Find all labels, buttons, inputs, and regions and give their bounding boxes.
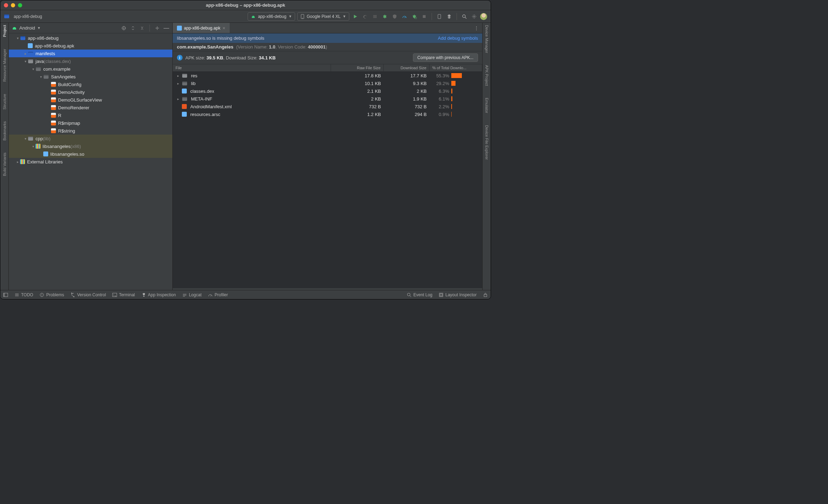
file-name: lib (191, 81, 196, 86)
column-raw-size[interactable]: Raw File Size (331, 64, 384, 71)
device-manager-button[interactable] (435, 13, 443, 20)
ide-lock-button[interactable] (483, 292, 488, 297)
status-item-terminal[interactable]: Terminal (112, 292, 135, 297)
rail-item-build-variants[interactable]: Build Variants (2, 153, 7, 176)
tree-node[interactable]: DemoRenderer (9, 104, 172, 111)
tree-node[interactable]: R$string (9, 127, 172, 135)
add-debug-symbols-link[interactable]: Add debug symbols (438, 35, 478, 41)
editor-tab[interactable]: app-x86-debug.apk × (173, 23, 230, 33)
percent-bar (451, 81, 456, 86)
column-download-size[interactable]: Download Size (384, 64, 429, 71)
tree-node[interactable]: BuildConfig (9, 80, 172, 88)
tree-node[interactable]: app-x86-debug.apk (9, 42, 172, 50)
tree-arrow[interactable] (23, 137, 28, 141)
device-selector[interactable]: Google Pixel 4 XL ▼ (297, 12, 349, 21)
select-opened-file-button[interactable] (121, 25, 127, 31)
search-button[interactable] (460, 13, 468, 20)
project-tree[interactable]: app-x86-debugapp-x86-debug.apkmanifestsj… (9, 33, 172, 290)
status-item-event-log[interactable]: Event Log (407, 292, 432, 297)
file-row[interactable]: ▸res17.8 KB17.7 KB55.3% (173, 72, 482, 79)
coverage-button[interactable] (391, 13, 399, 20)
file-row[interactable]: AndroidManifest.xml732 B732 B2.2% (173, 103, 482, 110)
tree-node[interactable]: libsanangeles (x86) (9, 142, 172, 150)
status-item-logcat[interactable]: Logcat (182, 292, 202, 297)
tree-node[interactable]: libsanangeles.so (9, 150, 172, 158)
tree-arrow[interactable] (38, 75, 43, 79)
user-avatar[interactable] (480, 13, 487, 20)
tree-node[interactable]: manifests (9, 50, 172, 57)
android-icon (12, 25, 17, 31)
rail-item-emulator[interactable]: Emulator (485, 98, 489, 113)
tree-label: DemoRenderer (58, 105, 89, 110)
run-config-label: app-x86-debug (258, 14, 286, 19)
binary-icon (182, 112, 187, 117)
tree-arrow[interactable] (31, 67, 36, 71)
status-item-problems[interactable]: !Problems (39, 292, 64, 297)
status-icon (70, 292, 75, 297)
tree-node[interactable]: cpp (lib) (9, 135, 172, 142)
status-item-version-control[interactable]: Version Control (70, 292, 106, 297)
rail-item-device-manager[interactable]: Device Manager (485, 25, 489, 53)
tree-node[interactable]: External Libraries (9, 158, 172, 166)
status-item-layout-inspector[interactable]: Layout Inspector (439, 292, 477, 297)
apply-changes-button[interactable] (361, 13, 369, 20)
tree-arrow[interactable]: ▸ (176, 97, 180, 101)
run-config-selector[interactable]: app-x86-debug ▼ (248, 12, 295, 21)
tree-label: External Libraries (27, 159, 63, 164)
settings-button[interactable] (470, 13, 478, 20)
column-percent[interactable]: % of Total Downlo... (429, 64, 482, 71)
debug-button[interactable] (381, 13, 389, 20)
expand-all-button[interactable] (130, 25, 136, 31)
tool-windows-button[interactable] (3, 292, 8, 297)
column-file[interactable]: File (173, 64, 331, 71)
apply-code-changes-button[interactable] (371, 13, 379, 20)
hide-tool-button[interactable]: — (163, 25, 170, 31)
collapse-all-button[interactable] (139, 25, 145, 31)
svg-rect-3 (302, 18, 303, 18)
file-row[interactable]: ▸lib10.1 KB9.3 KB29.2% (173, 79, 482, 87)
breadcrumb[interactable]: app-x86-debug (4, 14, 42, 19)
tree-arrow[interactable]: ▸ (176, 74, 180, 78)
tree-node[interactable]: app-x86-debug (9, 34, 172, 42)
tree-arrow[interactable] (23, 59, 28, 63)
status-icon (439, 292, 444, 297)
stop-button[interactable] (420, 13, 428, 20)
tab-options-button[interactable]: ⋮ (471, 23, 482, 33)
tree-node[interactable]: DemoActivity (9, 88, 172, 96)
tree-arrow[interactable] (15, 160, 20, 164)
rail-item-apk-project[interactable]: APK Project (485, 65, 489, 86)
file-row[interactable]: resources.arsc1.2 KB294 B0.9% (173, 110, 482, 118)
tree-node[interactable]: java (classes.dex) (9, 57, 172, 65)
tree-node[interactable]: DemoGLSurfaceView (9, 96, 172, 104)
rail-item-device-file-explorer[interactable]: Device File Explorer (485, 125, 489, 160)
tree-arrow[interactable] (23, 52, 28, 56)
status-item-todo[interactable]: TODO (14, 292, 33, 297)
tree-node[interactable]: SanAngeles (9, 73, 172, 80)
tree-arrow[interactable] (15, 36, 20, 40)
tree-arrow[interactable] (31, 144, 36, 148)
tree-node[interactable]: R$mipmap (9, 119, 172, 127)
attach-debugger-button[interactable] (410, 13, 418, 20)
status-item-profiler[interactable]: Profiler (208, 292, 228, 297)
android-icon (251, 14, 256, 19)
compare-apk-button[interactable]: Compare with previous APK... (413, 53, 478, 62)
project-view-selector[interactable]: Android ▼ (12, 25, 118, 31)
file-row[interactable]: ▸META-INF2 KB1.9 KB6.1% (173, 95, 482, 103)
tool-settings-button[interactable] (154, 25, 160, 31)
close-tab-button[interactable]: × (222, 25, 225, 31)
run-button[interactable] (351, 13, 359, 20)
rail-item-project[interactable]: Project (2, 25, 7, 37)
tree-node[interactable]: R (9, 111, 172, 119)
rail-item-resource-manager[interactable]: Resource Manager (2, 49, 7, 82)
file-row[interactable]: classes.dex2.1 KB2 KB6.3% (173, 87, 482, 95)
tree-label: manifests (36, 51, 55, 56)
sdk-manager-button[interactable] (445, 13, 453, 20)
class-icon (51, 105, 56, 110)
rail-item-bookmarks[interactable]: Bookmarks (2, 121, 7, 141)
class-icon (51, 128, 56, 133)
rail-item-structure[interactable]: Structure (2, 94, 7, 110)
tree-node[interactable]: com.example (9, 65, 172, 73)
status-item-app-inspection[interactable]: App Inspection (141, 292, 176, 297)
tree-arrow[interactable]: ▸ (176, 82, 180, 85)
profiler-button[interactable] (401, 13, 408, 20)
